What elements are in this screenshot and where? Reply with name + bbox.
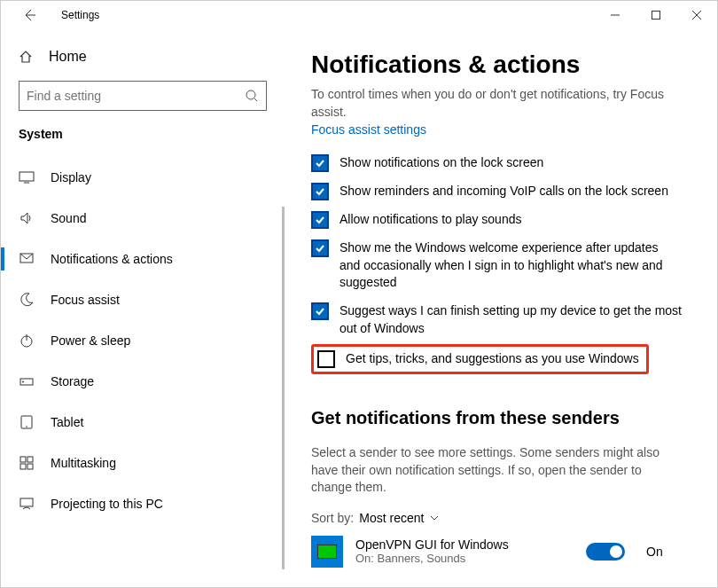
nav-label: Notifications & actions [51, 252, 173, 266]
sender-app-icon [311, 536, 343, 568]
checkbox-label: Allow notifications to play sounds [339, 211, 521, 229]
projecting-icon [19, 496, 35, 512]
main-content: Notifications & actions To control times… [285, 29, 717, 587]
svg-point-6 [22, 381, 24, 383]
sidebar-item-display[interactable]: Display [1, 157, 285, 198]
sender-toggle[interactable] [586, 543, 625, 561]
svg-rect-13 [20, 498, 33, 506]
power-icon [19, 333, 35, 349]
minimize-button[interactable] [595, 1, 636, 29]
nav-label: Tablet [51, 415, 83, 429]
sort-by[interactable]: Sort by: Most recent [311, 511, 682, 525]
close-button[interactable] [676, 1, 717, 29]
nav-label: Focus assist [51, 293, 120, 307]
sidebar-item-storage[interactable]: Storage [1, 361, 285, 402]
checkbox-row[interactable]: Show reminders and incoming VoIP calls o… [311, 183, 682, 200]
senders-desc: Select a sender to see more settings. So… [311, 444, 682, 497]
sort-label: Sort by: [311, 511, 354, 525]
search-input[interactable] [27, 89, 245, 103]
checkbox-row[interactable]: Show me the Windows welcome experience a… [311, 239, 682, 292]
highlighted-checkbox: Get tips, tricks, and suggestions as you… [311, 344, 649, 374]
storage-icon [19, 373, 35, 389]
svg-point-1 [246, 90, 255, 99]
checkbox-label: Suggest ways I can finish setting up my … [339, 302, 682, 337]
checkbox-icon [311, 154, 329, 172]
checkbox-icon [311, 239, 329, 257]
nav-list: Display Sound Notifications & actions Fo… [1, 157, 285, 524]
search-icon [245, 89, 259, 103]
checkbox-icon[interactable] [317, 350, 335, 368]
sender-row[interactable]: OpenVPN GUI for Windows On: Banners, Sou… [311, 536, 682, 568]
moon-icon [19, 292, 35, 308]
svg-rect-11 [20, 464, 26, 469]
svg-rect-2 [20, 172, 34, 181]
sender-name: OpenVPN GUI for Windows [355, 537, 574, 552]
back-button[interactable] [15, 1, 43, 29]
maximize-button[interactable] [636, 1, 676, 29]
sender-toggle-label: On [646, 545, 682, 559]
checkbox-icon [311, 183, 329, 200]
sidebar-item-sound[interactable]: Sound [1, 198, 285, 239]
search-box[interactable] [19, 81, 267, 111]
checkbox-row[interactable]: Show notifications on the lock screen [311, 154, 682, 172]
checkbox-row[interactable]: Suggest ways I can finish setting up my … [311, 302, 682, 337]
home-icon [19, 50, 33, 64]
page-desc: To control times when you do or don't ge… [311, 86, 682, 121]
svg-rect-12 [27, 464, 33, 469]
window-title: Settings [61, 9, 99, 21]
nav-label: Storage [51, 374, 94, 388]
nav-label: Display [51, 170, 91, 184]
svg-rect-10 [27, 457, 33, 462]
sort-value: Most recent [359, 511, 424, 525]
sound-icon [19, 210, 35, 226]
checkbox-label: Get tips, tricks, and suggestions as you… [346, 350, 639, 368]
senders-heading: Get notifications from these senders [311, 408, 682, 428]
sidebar-item-projecting[interactable]: Projecting to this PC [1, 483, 285, 524]
notifications-icon [19, 251, 35, 267]
svg-point-8 [26, 426, 27, 427]
chevron-down-icon [429, 513, 440, 523]
nav-label: Multitasking [51, 456, 116, 470]
sidebar-item-power-sleep[interactable]: Power & sleep [1, 320, 285, 361]
sidebar: Home System Display Sound Notifications … [1, 29, 285, 587]
window-controls [595, 1, 717, 29]
checkbox-label: Show me the Windows welcome experience a… [339, 239, 682, 292]
checkbox-icon [311, 302, 329, 320]
nav-label: Projecting to this PC [51, 497, 163, 511]
display-icon [19, 169, 35, 185]
focus-assist-link[interactable]: Focus assist settings [311, 122, 426, 137]
nav-label: Sound [51, 211, 86, 225]
nav-label: Power & sleep [51, 333, 130, 348]
svg-rect-0 [652, 12, 660, 20]
tablet-icon [19, 414, 35, 430]
sidebar-item-multitasking[interactable]: Multitasking [1, 443, 285, 483]
checkbox-icon [311, 211, 329, 229]
title-bar: Settings [1, 1, 717, 29]
sender-sub: On: Banners, Sounds [355, 552, 574, 565]
page-title: Notifications & actions [311, 51, 682, 79]
sender-text: OpenVPN GUI for Windows On: Banners, Sou… [355, 537, 574, 565]
sidebar-item-focus-assist[interactable]: Focus assist [1, 279, 285, 320]
checkbox-label: Show notifications on the lock screen [339, 154, 543, 172]
checkbox-row[interactable]: Allow notifications to play sounds [311, 211, 682, 229]
multitasking-icon [19, 455, 35, 471]
sidebar-item-notifications[interactable]: Notifications & actions [1, 239, 285, 279]
sidebar-item-tablet[interactable]: Tablet [1, 402, 285, 443]
checkbox-label: Show reminders and incoming VoIP calls o… [339, 183, 668, 200]
home-nav[interactable]: Home [1, 42, 285, 81]
section-label: System [1, 127, 285, 146]
svg-rect-9 [20, 457, 26, 462]
home-label: Home [49, 49, 87, 65]
